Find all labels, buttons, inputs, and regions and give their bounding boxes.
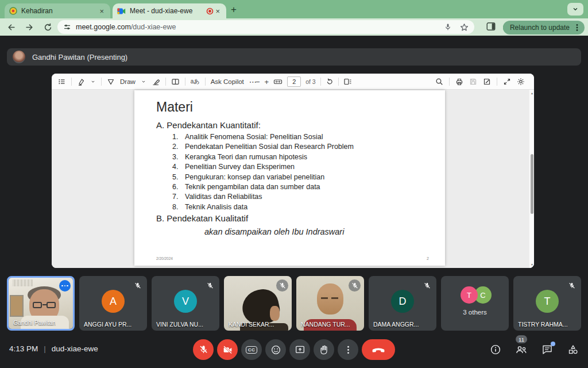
activities-button[interactable] [566,343,580,356]
avatar: D [391,290,414,313]
save-icon [469,78,477,86]
settings-gear-icon[interactable] [517,78,525,86]
tab-meet[interactable]: Meet - dud-xiae-ewe × [113,3,226,18]
scrollbar-thumb[interactable] [531,154,533,214]
tile-gandhi-pawitan[interactable]: Gandhi Pawitan [7,276,75,331]
tile-vini[interactable]: V VINI ZULVA NU... [152,276,219,331]
presenting-label: Gandhi Pawitan (Presenting) [32,53,127,62]
slide-section-b: B. Pendekatan Kualitatif [156,213,248,223]
fullscreen-icon[interactable] [503,78,511,86]
tile-kandi[interactable]: KANDI SEKAR... [224,276,292,331]
meeting-details-button[interactable] [489,343,502,356]
end-call-icon [372,344,385,355]
tab-kehadiran[interactable]: Kehadiran × [5,3,110,18]
end-call-button[interactable] [362,339,395,360]
save-as-icon[interactable] [483,78,491,86]
print-icon[interactable] [455,78,463,86]
mic-off-icon [421,279,433,292]
new-tab-button[interactable]: + [231,4,237,16]
close-icon[interactable]: × [98,7,106,16]
pdf-scrollbar[interactable]: ▲ ▼ [529,90,534,268]
page-number-input[interactable]: 2 [287,76,301,87]
draw-triangle-icon[interactable] [107,78,115,86]
slide-item: Pengukuran: konsep dan variabel peneliti… [180,172,426,182]
highlighter-icon[interactable] [77,78,85,86]
relaunch-update-button[interactable]: Relaunch to update [503,21,585,34]
more-vert-icon [343,344,354,355]
draw-label[interactable]: Draw [120,78,136,85]
smiley-icon [270,344,281,355]
mic-off-icon [198,344,209,355]
tile-options-button[interactable] [59,280,71,292]
zoom-out-button[interactable]: − [256,78,260,86]
pdf-toolbar: Draw aあ Ask Copilot ⋯ [52,74,534,90]
others-count-label: 3 others [441,309,509,316]
reactions-button[interactable] [265,339,286,360]
slide-item: Analitik Fenomena Sosial: Penelitian Sos… [180,132,426,142]
voice-search-icon[interactable] [444,23,452,31]
slide-footer-date: 2/20/2024 [156,256,173,260]
rotate-icon[interactable] [326,78,334,86]
camera-off-icon [222,344,233,355]
raise-hand-icon [319,344,330,355]
camera-toggle-button[interactable] [217,339,238,360]
avatar: T [536,290,559,313]
mic-toggle-button[interactable] [193,339,214,360]
captions-icon: CC [246,346,258,354]
eraser-icon[interactable] [152,78,160,86]
captions-button[interactable]: CC [241,339,262,360]
relaunch-label: Relaunch to update [510,24,570,32]
meet-favicon [117,7,126,15]
tile-others[interactable]: T C 3 others [441,276,509,331]
shared-screen-viewer: Draw aあ Ask Copilot ⋯ [52,74,534,268]
reload-icon [44,23,52,32]
browser-menu-icon[interactable] [573,23,581,32]
tile-tistry[interactable]: T TISTRY RAHMA... [513,276,581,331]
url-bar[interactable]: meet.google.com /dud-xiae-ewe [57,20,474,34]
more-options-button[interactable] [338,339,358,360]
side-panel-button[interactable] [486,21,496,34]
search-icon[interactable] [435,78,443,86]
chevron-down-icon[interactable] [90,79,96,85]
tab-title: Meet - dud-xiae-ewe [130,7,206,15]
slide-note: akan disampaikan oleh Ibu Indraswari [204,227,344,236]
tile-anggi[interactable]: A ANGGI AYU PR... [79,276,147,331]
reload-button[interactable] [40,20,55,34]
slide-item: Validitas dan Reliabilitas [180,192,426,202]
raise-hand-button[interactable] [314,339,334,360]
chevron-down-icon[interactable] [141,79,146,85]
participant-name: ANGGI AYU PR... [84,321,131,328]
slide-footer-page: 2 [427,256,429,260]
page-layout-icon[interactable] [171,78,180,86]
tab-search-button[interactable] [567,3,583,16]
zoom-in-button[interactable]: + [265,78,269,86]
scroll-down-icon[interactable]: ▼ [529,263,534,266]
tile-dama[interactable]: D DAMA ANGGR... [369,276,436,331]
scroll-up-icon[interactable]: ▲ [529,91,534,95]
slide-item: Teknik Analisis data [180,202,426,212]
side-panel-icon [486,21,496,32]
slide-title: Materi [156,99,193,115]
participant-filmstrip: Gandhi Pawitan A ANGGI AYU PR... V VINI … [7,276,581,331]
meeting-info: 4:13 PM | dud-xiae-ewe [9,344,98,353]
bookmark-star-icon[interactable] [460,23,469,32]
page-view-icon[interactable] [343,78,352,86]
info-icon [490,344,501,355]
ask-copilot-button[interactable]: Ask Copilot [211,78,244,85]
forward-button[interactable] [22,20,37,34]
participant-count-badge: 11 [516,335,527,343]
read-aloud-icon[interactable]: aあ [191,78,200,86]
participants-button[interactable]: 11 [514,343,528,356]
back-button[interactable] [3,20,18,34]
table-of-contents-icon[interactable] [57,78,66,86]
present-screen-icon [295,344,305,355]
page-count-label: of 3 [305,78,316,85]
tile-nandang[interactable]: NANDANG TUR... [296,276,364,331]
chat-button[interactable] [540,343,554,356]
present-button[interactable] [289,339,310,360]
mic-off-icon [566,279,578,292]
close-icon[interactable]: × [214,7,222,16]
mic-off-icon [349,279,361,292]
fit-to-width-icon[interactable] [273,78,283,86]
slide-item: Pendekatan Penelitian Sosial dan Researc… [180,142,426,152]
